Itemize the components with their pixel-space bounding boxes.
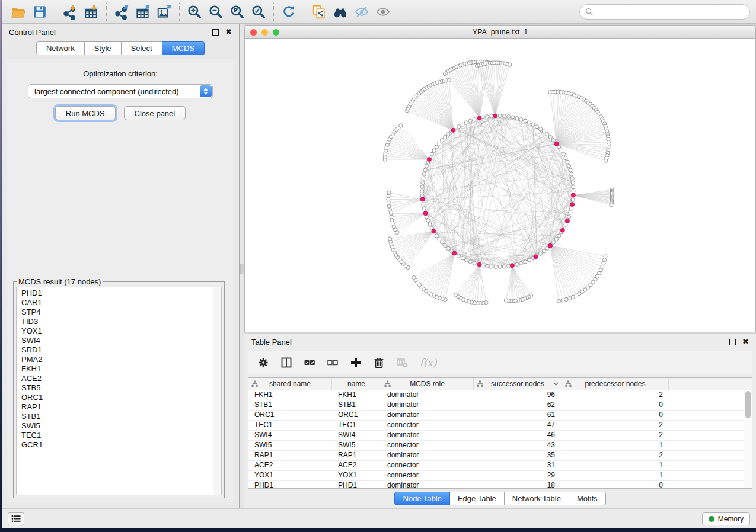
mcds-result-item[interactable]: SRD1 [21, 345, 213, 355]
criterion-select[interactable]: largest connected component (undirected) [28, 84, 213, 98]
table-header-row: shared namenameMCDS rolesuccessor nodesp… [248, 378, 752, 390]
table-row[interactable]: SWI4SWI4dominator462 [248, 431, 752, 441]
save-session-icon[interactable] [29, 2, 50, 21]
table-row[interactable]: YOX1YOX1connector291 [248, 471, 752, 481]
zoom-fit-icon[interactable] [227, 2, 248, 21]
tab-select[interactable]: Select [122, 41, 162, 55]
add-column-icon[interactable] [349, 356, 362, 369]
table-scrollbar-thumb[interactable] [745, 391, 751, 418]
show-all-icon[interactable] [372, 2, 394, 21]
tab-node-table[interactable]: Node Table [394, 492, 450, 505]
network-view-window: YPA_prune.txt_1 [244, 25, 756, 332]
traffic-light-minimize[interactable] [261, 29, 268, 36]
cell-name: FKH1 [332, 390, 381, 400]
table-settings-gear-icon[interactable] [257, 356, 270, 369]
table-row[interactable]: FKH1FKH1dominator962 [248, 390, 752, 400]
splitter-grip[interactable] [240, 264, 244, 274]
delete-table-icon[interactable] [395, 356, 409, 369]
mcds-result-item[interactable]: STB5 [21, 383, 213, 393]
import-network-icon[interactable] [59, 2, 81, 21]
network-canvas[interactable] [245, 39, 755, 332]
close-panel-icon[interactable]: ✖ [225, 29, 232, 35]
network-window-titlebar[interactable]: YPA_prune.txt_1 [245, 26, 755, 39]
find-icon[interactable] [330, 2, 351, 21]
memory-button[interactable]: Memory [702, 512, 750, 525]
mcds-result-item[interactable]: YOX1 [21, 326, 213, 336]
column-header-shared-name[interactable]: shared name [248, 378, 332, 390]
network-graph[interactable] [245, 39, 755, 332]
zoom-out-icon[interactable] [205, 2, 227, 21]
tab-edge-table[interactable]: Edge Table [450, 492, 505, 505]
mcds-result-item[interactable]: PMA2 [21, 355, 213, 364]
traffic-light-zoom[interactable] [273, 29, 279, 36]
search-input[interactable] [596, 5, 744, 18]
table-row[interactable]: SWI5SWI5connector431 [248, 441, 752, 451]
function-builder-icon[interactable]: f(x) [419, 356, 438, 369]
memory-button-label: Memory [718, 515, 744, 523]
float-table-panel-icon[interactable] [729, 339, 736, 345]
cell-predecessor_nodes: 2 [562, 390, 669, 400]
traffic-light-close[interactable] [250, 29, 257, 36]
mcds-result-item[interactable]: PHD1 [21, 289, 213, 298]
result-scrollbar[interactable] [213, 287, 221, 495]
mcds-result-item[interactable]: RAP1 [21, 402, 213, 412]
cell-successor_nodes: 18 [474, 481, 562, 489]
delete-column-icon[interactable] [372, 356, 385, 369]
export-table-icon[interactable] [132, 2, 154, 21]
refresh-icon[interactable] [278, 2, 299, 21]
tab-motifs[interactable]: Motifs [569, 492, 606, 505]
table-row[interactable]: STB1STB1dominator620 [248, 400, 752, 411]
mcds-result-item[interactable]: ORC1 [21, 393, 213, 402]
table-row[interactable]: TEC1TEC1connector472 [248, 421, 752, 431]
cell-successor_nodes: 61 [474, 411, 562, 420]
column-header-successor-nodes[interactable]: successor nodes [474, 378, 562, 390]
table-scrollbar[interactable] [744, 390, 752, 488]
table-row[interactable]: ACE2ACE2connector311 [248, 461, 752, 471]
table-row[interactable]: PHD1PHD1dominator180 [248, 481, 752, 489]
mcds-result-list[interactable]: PHD1CAR1STP4TID3YOX1SWI4SRD1PMA2FKH1ACE2… [17, 287, 213, 495]
mcds-result-item[interactable]: SWI5 [21, 421, 213, 431]
cell-predecessor_nodes: 2 [562, 421, 669, 430]
cell-predecessor_nodes: 0 [562, 481, 669, 489]
import-table-icon[interactable] [81, 2, 102, 21]
zoom-in-icon[interactable] [184, 2, 205, 21]
tab-mcds[interactable]: MCDS [162, 41, 205, 55]
column-header-name[interactable]: name [332, 378, 381, 390]
mcds-result-item[interactable]: STP4 [21, 307, 213, 317]
search-icon [585, 8, 594, 16]
column-header-MCDS-role[interactable]: MCDS role [381, 378, 474, 390]
cell-successor_nodes: 62 [474, 400, 562, 410]
select-all-columns-icon[interactable] [303, 356, 316, 369]
tab-network-table[interactable]: Network Table [505, 492, 569, 505]
mcds-result-item[interactable]: SWI4 [21, 336, 213, 345]
ui-settings-button[interactable] [8, 512, 24, 525]
mcds-result-item[interactable]: GCR1 [21, 440, 213, 450]
close-panel-button[interactable]: Close panel [124, 106, 186, 120]
toggle-panel-columns-icon[interactable] [280, 356, 293, 369]
column-header-predecessor-nodes[interactable]: predecessor nodes [562, 378, 669, 390]
export-image-icon[interactable] [154, 2, 175, 21]
search-box[interactable] [579, 4, 750, 20]
hide-selected-icon[interactable] [351, 2, 372, 21]
duplicate-network-icon[interactable] [308, 2, 330, 21]
unselect-all-columns-icon[interactable] [326, 356, 339, 369]
mcds-result-item[interactable]: FKH1 [21, 364, 213, 374]
mcds-result-item[interactable]: ACE2 [21, 374, 213, 383]
mcds-buttons-row: Run MCDS Close panel [7, 106, 234, 120]
tab-style[interactable]: Style [85, 41, 122, 55]
mcds-result-item[interactable]: TEC1 [21, 431, 213, 440]
table-row[interactable]: ORC1ORC1dominator610 [248, 411, 752, 421]
close-table-panel-icon[interactable]: ✖ [742, 339, 749, 345]
run-mcds-button[interactable]: Run MCDS [55, 106, 116, 120]
panel-splitter[interactable] [239, 24, 244, 508]
mcds-result-item[interactable]: STB1 [21, 412, 213, 421]
zoom-selected-icon[interactable] [248, 2, 269, 21]
mcds-result-item[interactable]: TID3 [21, 317, 213, 326]
export-network-icon[interactable] [111, 2, 132, 21]
table-row[interactable]: RAP1RAP1dominator352 [248, 451, 752, 461]
tab-network[interactable]: Network [36, 41, 85, 55]
mcds-result-item[interactable]: CAR1 [21, 298, 213, 307]
open-file-icon[interactable] [8, 2, 29, 21]
toolbar-separator [179, 3, 180, 21]
float-panel-icon[interactable] [212, 29, 219, 36]
